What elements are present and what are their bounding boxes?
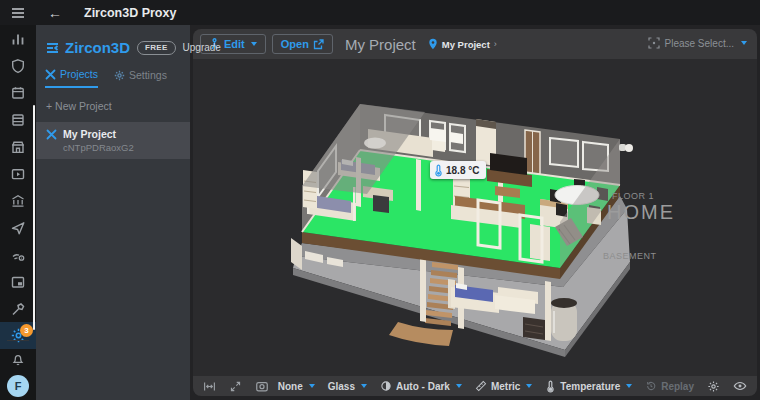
top-bar: ← Zircon3D Proxy xyxy=(0,0,760,25)
thermometer-icon xyxy=(434,164,443,177)
temperature-value: 18.8 °C xyxy=(446,165,479,176)
dresser xyxy=(523,317,545,340)
bank-icon[interactable] xyxy=(0,187,36,214)
project-id: cNTpPDRaoxG2 xyxy=(63,142,134,153)
basement-label: BASEMENT xyxy=(603,251,657,261)
open-label: Open xyxy=(281,38,309,50)
external-link-icon xyxy=(313,39,324,50)
overlay-dropdown[interactable]: Temperature xyxy=(545,380,632,393)
overlay-label: Temperature xyxy=(560,381,620,392)
chevron-down-icon xyxy=(361,384,367,388)
theme-label: Auto - Dark xyxy=(396,381,450,392)
security-camera xyxy=(619,144,633,152)
layers-dropdown[interactable]: None xyxy=(278,381,315,392)
new-project-label: New Project xyxy=(55,100,112,112)
viewport-settings-gear-icon[interactable] xyxy=(707,380,720,393)
signal-icon[interactable] xyxy=(0,241,36,268)
send-icon[interactable] xyxy=(0,214,36,241)
left-icon-rail: 3 F xyxy=(0,25,36,400)
chevron-down-icon xyxy=(741,41,747,45)
calendar-icon[interactable] xyxy=(0,79,36,106)
project-x-icon xyxy=(46,129,57,140)
rail-bottom-section: F xyxy=(0,332,36,400)
store-icon[interactable] xyxy=(0,133,36,160)
home-label: HOME xyxy=(607,201,675,224)
settings-gear-icon xyxy=(114,70,125,81)
upgrade-link[interactable]: Upgrade xyxy=(183,42,221,53)
tools-icon[interactable] xyxy=(0,295,36,322)
project-list-item-selected[interactable]: My Project cNTpPDRaoxG2 xyxy=(36,122,190,159)
project-name: My Project xyxy=(63,128,134,140)
ruler-icon xyxy=(475,380,487,392)
rail-divider xyxy=(7,340,29,341)
hamburger-menu-icon[interactable] xyxy=(0,7,36,19)
thermometer-icon xyxy=(545,380,556,393)
shower-cylinder xyxy=(551,298,577,341)
sidebar-panel: Zircon3D FREE Upgrade Projects Settings … xyxy=(36,25,190,400)
back-arrow-icon[interactable]: ← xyxy=(48,5,62,21)
chevron-down-icon xyxy=(251,42,257,46)
gallery-icon[interactable] xyxy=(0,268,36,295)
chevron-down-icon xyxy=(309,384,315,388)
logo-row: Zircon3D FREE Upgrade xyxy=(36,25,190,56)
avatar[interactable]: F xyxy=(7,375,29,397)
scan-icon xyxy=(648,37,660,49)
tab-projects-label: Projects xyxy=(60,68,98,80)
chevron-down-icon xyxy=(456,384,462,388)
stats-icon[interactable] xyxy=(0,25,36,52)
device-select-label: Please Select... xyxy=(665,38,734,49)
breadcrumb-project[interactable]: My Project xyxy=(442,39,490,50)
new-project-button[interactable]: + New Project xyxy=(36,88,190,122)
theme-dropdown[interactable]: Auto - Dark xyxy=(380,380,462,392)
visibility-eye-icon[interactable] xyxy=(733,380,747,392)
brand-name: Zircon3D xyxy=(65,39,130,56)
contrast-icon xyxy=(380,380,392,392)
bottom-toolbar: None Glass Auto - Dark Metric Temperatur… xyxy=(193,376,757,396)
replay-button[interactable]: Replay xyxy=(645,380,694,392)
tab-settings-label: Settings xyxy=(129,69,167,81)
temperature-sensor-badge[interactable]: 18.8 °C xyxy=(430,161,486,179)
shield-icon[interactable] xyxy=(0,52,36,79)
app-title: Zircon3D Proxy xyxy=(84,6,176,20)
fit-view-icon[interactable] xyxy=(203,380,216,393)
replay-label: Replay xyxy=(661,381,694,392)
material-dropdown[interactable]: Glass xyxy=(328,381,367,392)
media-icon[interactable] xyxy=(0,160,36,187)
map-pin-icon xyxy=(428,38,438,50)
screenshot-icon[interactable] xyxy=(255,380,269,393)
plan-badge: FREE xyxy=(137,41,176,55)
replay-icon xyxy=(645,380,657,392)
server-icon[interactable] xyxy=(0,106,36,133)
projects-x-icon xyxy=(45,69,56,80)
tab-settings[interactable]: Settings xyxy=(114,68,167,88)
device-select-dropdown[interactable]: Please Select... xyxy=(648,37,747,49)
app-window: ← Zircon3D Proxy xyxy=(0,0,760,400)
viewport-container: Edit Open My Project My Project › Please… xyxy=(193,29,757,396)
chevron-down-icon xyxy=(626,384,632,388)
edit-label: Edit xyxy=(224,38,245,50)
fullscreen-icon[interactable] xyxy=(229,380,242,393)
floor1-label: FLOOR 1 xyxy=(612,191,654,201)
layers-label: None xyxy=(278,381,303,392)
tab-projects[interactable]: Projects xyxy=(45,68,98,88)
units-dropdown[interactable]: Metric xyxy=(475,380,532,392)
open-button[interactable]: Open xyxy=(272,34,333,54)
rail-scrollbar[interactable] xyxy=(33,105,35,330)
sidebar-tabs: Projects Settings xyxy=(36,56,190,88)
chevron-down-icon xyxy=(526,384,532,388)
page-title: My Project xyxy=(345,36,416,53)
bell-icon[interactable] xyxy=(0,347,36,371)
sidebar-collapse-icon[interactable] xyxy=(45,41,60,55)
plus-icon: + xyxy=(46,100,55,112)
breadcrumb: My Project › xyxy=(428,38,497,50)
breadcrumb-chevron-icon: › xyxy=(494,39,497,49)
ceiling-lamp xyxy=(364,138,386,149)
material-label: Glass xyxy=(328,381,355,392)
units-label: Metric xyxy=(491,381,520,392)
